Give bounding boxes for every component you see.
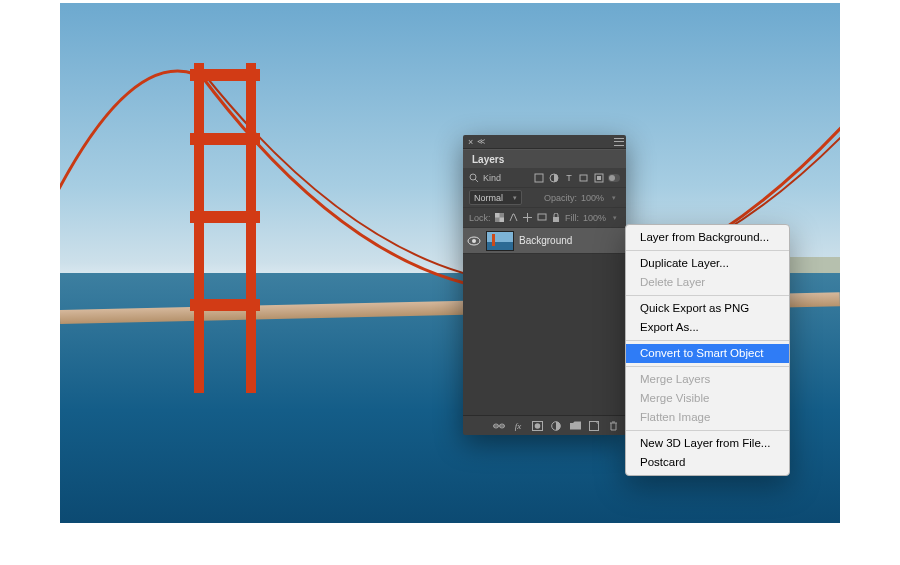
- layer-name[interactable]: Background: [519, 235, 572, 246]
- menu-separator: [626, 250, 789, 251]
- filter-adjustment-icon[interactable]: [548, 172, 560, 184]
- lock-position-icon[interactable]: [523, 212, 533, 224]
- panel-top-bar[interactable]: × ≪: [463, 135, 626, 149]
- menu-item[interactable]: Export As...: [626, 318, 789, 337]
- group-icon[interactable]: [569, 420, 581, 432]
- svg-rect-13: [553, 217, 559, 222]
- filter-pixel-icon[interactable]: [533, 172, 545, 184]
- lock-pixels-icon[interactable]: [509, 212, 519, 224]
- menu-item[interactable]: Quick Export as PNG: [626, 299, 789, 318]
- svg-point-15: [472, 239, 476, 243]
- svg-rect-12: [538, 214, 546, 220]
- filter-type-icon[interactable]: T: [563, 172, 575, 184]
- svg-rect-2: [535, 174, 543, 182]
- link-layers-icon[interactable]: [493, 420, 505, 432]
- svg-point-0: [470, 174, 476, 180]
- menu-item[interactable]: Layer from Background...: [626, 228, 789, 247]
- lock-transparency-icon[interactable]: [495, 212, 505, 224]
- fill-value[interactable]: 100%: [583, 213, 606, 223]
- blend-mode-dropdown[interactable]: Normal▾: [469, 190, 522, 205]
- menu-separator: [626, 366, 789, 367]
- layer-style-icon[interactable]: fx: [512, 420, 524, 432]
- svg-rect-11: [500, 218, 505, 223]
- new-layer-icon[interactable]: [588, 420, 600, 432]
- layer-list-empty: [463, 254, 626, 415]
- menu-item: Merge Visible: [626, 389, 789, 408]
- search-icon[interactable]: [469, 173, 479, 183]
- opacity-label: Opacity:: [544, 193, 577, 203]
- lock-label: Lock:: [469, 213, 491, 223]
- svg-rect-6: [597, 176, 601, 180]
- svg-line-1: [475, 179, 478, 182]
- menu-item[interactable]: Convert to Smart Object: [626, 344, 789, 363]
- filter-shape-icon[interactable]: [578, 172, 590, 184]
- lock-all-icon[interactable]: [551, 212, 561, 224]
- menu-item[interactable]: Postcard: [626, 453, 789, 472]
- layer-thumbnail[interactable]: [486, 231, 514, 251]
- filter-toggle-icon[interactable]: [608, 172, 620, 184]
- visibility-eye-icon[interactable]: [467, 234, 481, 248]
- panel-title[interactable]: Layers: [463, 149, 626, 168]
- filter-kind-label: Kind: [483, 173, 501, 183]
- menu-separator: [626, 340, 789, 341]
- blend-row: Normal▾ Opacity: 100% ▾: [463, 188, 626, 208]
- svg-rect-10: [495, 213, 500, 218]
- collapse-icon[interactable]: ≪: [477, 137, 485, 146]
- opacity-value[interactable]: 100%: [581, 193, 604, 203]
- svg-point-8: [609, 175, 615, 181]
- fill-label: Fill:: [565, 213, 579, 223]
- layer-mask-icon[interactable]: [531, 420, 543, 432]
- adjustment-layer-icon[interactable]: [550, 420, 562, 432]
- chevron-down-icon[interactable]: ▾: [610, 212, 620, 224]
- chevron-down-icon[interactable]: ▾: [608, 192, 620, 204]
- menu-separator: [626, 295, 789, 296]
- layer-context-menu: Layer from Background...Duplicate Layer.…: [625, 224, 790, 476]
- svg-rect-4: [580, 175, 587, 181]
- menu-separator: [626, 430, 789, 431]
- close-icon[interactable]: ×: [468, 137, 473, 147]
- menu-item: Delete Layer: [626, 273, 789, 292]
- layer-row[interactable]: Background: [463, 228, 626, 254]
- delete-layer-icon[interactable]: [607, 420, 619, 432]
- menu-item: Flatten Image: [626, 408, 789, 427]
- menu-item[interactable]: Duplicate Layer...: [626, 254, 789, 273]
- lock-artboard-icon[interactable]: [537, 212, 547, 224]
- panel-menu-icon[interactable]: [614, 138, 624, 146]
- menu-item[interactable]: New 3D Layer from File...: [626, 434, 789, 453]
- layers-panel: × ≪ Layers Kind T Normal▾ Opacity: 100% …: [463, 135, 626, 435]
- filter-smart-icon[interactable]: [593, 172, 605, 184]
- filter-row: Kind T: [463, 168, 626, 188]
- menu-item: Merge Layers: [626, 370, 789, 389]
- svg-point-19: [534, 423, 540, 429]
- panel-footer: fx: [463, 415, 626, 435]
- lock-row: Lock: Fill: 100% ▾: [463, 208, 626, 228]
